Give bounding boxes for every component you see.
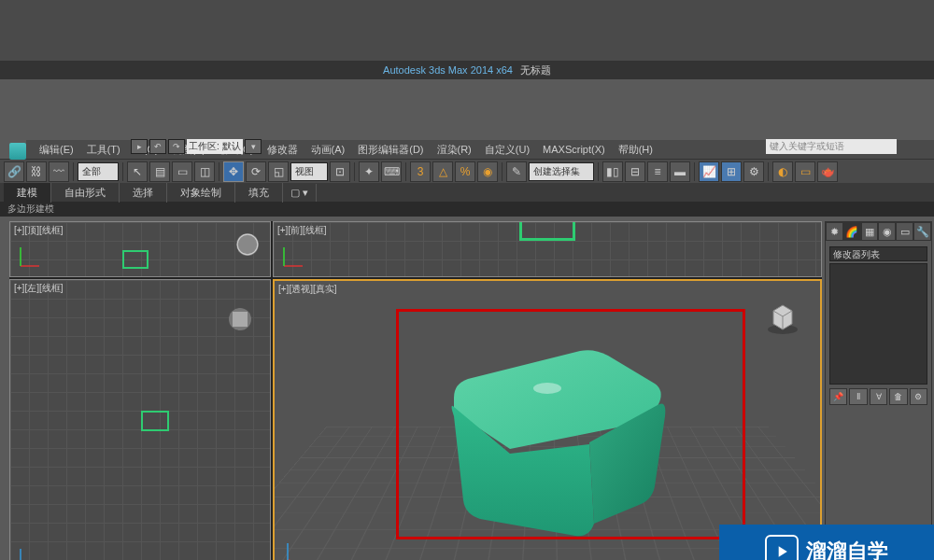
menu-help[interactable]: 帮助(H): [613, 141, 658, 159]
percent-snap-icon[interactable]: %: [455, 161, 475, 182]
ribbon-toggle-icon[interactable]: ▬: [670, 161, 690, 182]
viewport-perspective[interactable]: [+][透视][真实]: [273, 279, 822, 560]
unique-icon[interactable]: ∀: [870, 388, 887, 405]
axis-gizmo: [16, 544, 44, 560]
angle-snap-icon[interactable]: △: [432, 161, 453, 182]
select-name-icon[interactable]: ▤: [149, 161, 170, 182]
ribbon-tabs: 建模 自由形式 选择 对象绘制 填充 ▢ ▾: [0, 183, 934, 202]
separator: [219, 162, 219, 181]
snap-icon[interactable]: 3: [410, 161, 431, 182]
axis-gizmo: [16, 243, 44, 271]
modifier-stack[interactable]: [829, 263, 927, 385]
tab-freeform[interactable]: 自由形式: [51, 183, 120, 203]
vp-label-front[interactable]: [+][前][线框]: [277, 224, 327, 237]
tab-expand-icon[interactable]: ▢ ▾: [283, 184, 317, 202]
layer-icon[interactable]: ≡: [647, 161, 668, 182]
tab-utilities-icon[interactable]: 🔧: [913, 222, 931, 241]
vp-label-persp[interactable]: [+][透视][真实]: [278, 283, 337, 296]
remove-icon[interactable]: 🗑: [889, 388, 907, 405]
mirror-icon[interactable]: ▮▯: [602, 161, 623, 182]
menu-maxscript[interactable]: MAXScript(X): [537, 142, 611, 157]
menu-edit[interactable]: 编辑(E): [34, 141, 79, 159]
cube-object[interactable]: [417, 332, 678, 538]
pivot-icon[interactable]: ⊡: [330, 161, 350, 182]
named-sel-dropdown[interactable]: 创建选择集: [529, 162, 594, 181]
tab-modeling[interactable]: 建模: [4, 183, 51, 203]
curve-editor-icon[interactable]: 📈: [699, 161, 719, 182]
command-panel: ✹ 🌈 ▦ ◉ ▭ 🔧 修改器列表 📌 Ⅱ ∀ 🗑 ⚙: [825, 221, 932, 560]
main-toolbar: 🔗 ⛓ 〰 全部 ↖ ▤ ▭ ◫ ✥ ⟳ ◱ 视图 ⊡ ✦ ⌨ 3 △ % ◉ …: [0, 159, 934, 183]
menu-modifiers[interactable]: 修改器: [262, 141, 304, 159]
unlink-icon[interactable]: ⛓: [26, 161, 47, 182]
select-icon[interactable]: ↖: [127, 161, 148, 182]
ribbon-subpanel: 多边形建模: [0, 202, 934, 217]
menu-tools[interactable]: 工具(T): [81, 141, 126, 159]
viewports: [+][顶][线框] [+][前][线框] [+][左][线框]: [9, 221, 822, 560]
object-wireframe: [141, 411, 169, 431]
render-frame-icon[interactable]: ▭: [795, 161, 815, 182]
pin-stack-icon[interactable]: 📌: [829, 388, 847, 405]
bind-icon[interactable]: 〰: [49, 161, 69, 182]
watermark-badge: 溜溜自学 zixue.3d66.com: [719, 525, 934, 560]
move-icon[interactable]: ✥: [223, 161, 244, 182]
rect-select-icon[interactable]: ▭: [172, 161, 192, 182]
configure-icon[interactable]: ⚙: [910, 388, 927, 405]
tab-object-paint[interactable]: 对象绘制: [167, 183, 235, 203]
material-icon[interactable]: ⚙: [743, 161, 764, 182]
tab-modify-icon[interactable]: 🌈: [843, 222, 861, 241]
menu-animation[interactable]: 动画(A): [305, 141, 351, 159]
viewport-top[interactable]: [+][顶][线框]: [9, 221, 271, 277]
keyboard-icon[interactable]: ⌨: [381, 161, 402, 182]
svg-point-7: [533, 383, 561, 394]
menu-graph[interactable]: 图形编辑器(D): [352, 141, 429, 159]
viewport-left[interactable]: [+][左][线框]: [9, 279, 271, 560]
tab-populate[interactable]: 填充: [235, 183, 283, 203]
window-cross-icon[interactable]: ◫: [194, 161, 215, 182]
object-wireframe: [519, 222, 575, 241]
axis-gizmo: [279, 243, 307, 271]
tab-selection[interactable]: 选择: [120, 183, 167, 203]
show-end-icon[interactable]: Ⅱ: [849, 388, 867, 405]
editnamed-icon[interactable]: ✎: [506, 161, 527, 182]
qa-new-icon[interactable]: ▸: [131, 139, 148, 154]
viewcube-icon[interactable]: [229, 308, 251, 330]
app-title: Autodesk 3ds Max 2014 x64无标题: [383, 63, 551, 77]
command-panel-tabs: ✹ 🌈 ▦ ◉ ▭ 🔧: [826, 222, 931, 241]
render-setup-icon[interactable]: ◐: [772, 161, 793, 182]
viewport-front[interactable]: [+][前][线框]: [273, 221, 822, 277]
modifier-list-dropdown[interactable]: 修改器列表: [829, 246, 927, 261]
titlebar-area: Autodesk 3ds Max 2014 x64无标题: [0, 61, 934, 140]
separator: [502, 162, 502, 181]
link-icon[interactable]: 🔗: [4, 161, 24, 182]
svg-point-0: [237, 234, 258, 255]
render-icon[interactable]: 🫖: [817, 161, 838, 182]
refcoord-dropdown[interactable]: 视图: [290, 162, 328, 181]
rotate-icon[interactable]: ⟳: [246, 161, 266, 182]
selection-filter-dropdown[interactable]: 全部: [78, 162, 119, 181]
workspace-dropdown[interactable]: 工作区: 默认: [187, 139, 243, 154]
align-icon[interactable]: ⊟: [625, 161, 645, 182]
vp-label-left[interactable]: [+][左][线框]: [14, 282, 64, 295]
axis-gizmo: [280, 539, 308, 560]
search-input[interactable]: 键入关键字或短语: [766, 139, 897, 154]
tab-hierarchy-icon[interactable]: ▦: [861, 222, 879, 241]
qa-undo-icon[interactable]: ↶: [149, 139, 166, 154]
menu-customize[interactable]: 自定义(U): [479, 141, 535, 159]
app-icon[interactable]: [9, 143, 26, 160]
manip-icon[interactable]: ✦: [359, 161, 379, 182]
object-wireframe: [122, 250, 149, 269]
scale-icon[interactable]: ◱: [268, 161, 289, 182]
schematic-icon[interactable]: ⊞: [721, 161, 742, 182]
menu-rendering[interactable]: 渲染(R): [432, 141, 477, 159]
viewcube-icon[interactable]: [236, 233, 259, 256]
tab-create-icon[interactable]: ✹: [826, 222, 843, 241]
ribbon-sub-label: 多边形建模: [7, 203, 54, 216]
qa-expand-icon[interactable]: ▾: [245, 139, 262, 154]
viewcube-icon[interactable]: [764, 300, 801, 337]
tab-display-icon[interactable]: ▭: [896, 222, 913, 241]
tab-motion-icon[interactable]: ◉: [878, 222, 896, 241]
qa-redo-icon[interactable]: ↷: [168, 139, 185, 154]
modifier-section: 修改器列表 📌 Ⅱ ∀ 🗑 ⚙: [826, 241, 931, 409]
spinner-snap-icon[interactable]: ◉: [477, 161, 498, 182]
vp-label-top[interactable]: [+][顶][线框]: [14, 224, 64, 237]
